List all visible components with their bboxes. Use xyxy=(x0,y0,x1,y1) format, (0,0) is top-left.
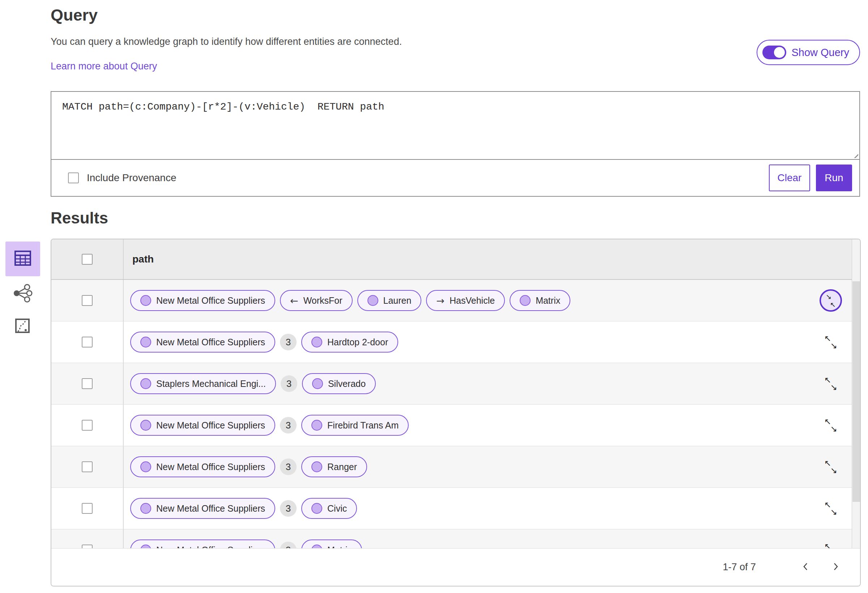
pagination-prev-button[interactable] xyxy=(799,560,813,575)
entity-icon xyxy=(368,295,378,306)
pill-label: HasVehicle xyxy=(450,295,495,306)
learn-more-link[interactable]: Learn more about Query xyxy=(51,61,157,72)
arrow-left-icon: ← xyxy=(290,295,298,306)
table-icon xyxy=(15,251,31,267)
expand-row-button[interactable]: ↖↘ xyxy=(822,334,839,350)
pill-label: Lauren xyxy=(383,295,412,306)
entity-icon xyxy=(311,336,322,348)
expand-row-button[interactable]: ↖↘ xyxy=(822,417,839,434)
show-query-toggle[interactable]: Show Query xyxy=(757,40,860,65)
row-checkbox[interactable] xyxy=(82,336,93,348)
row-checkbox[interactable] xyxy=(82,295,93,306)
table-header-row: path xyxy=(52,239,860,280)
entity-pill[interactable]: Staplers Mechanical Engi... xyxy=(130,373,276,394)
path-cell: New Metal Office Suppliers3Civic↖↘ xyxy=(124,488,860,529)
table-body: New Metal Office Suppliers←WorksForLaure… xyxy=(52,280,860,571)
entity-pill[interactable]: Firebird Trans Am xyxy=(301,415,409,436)
arrow-inward-icon: ↘ xyxy=(826,292,831,301)
expand-row-button[interactable]: ↖↘ xyxy=(822,500,839,517)
query-input[interactable]: MATCH path=(c:Company)-[r*2]-(v:Vehicle)… xyxy=(52,92,859,159)
path-cell: New Metal Office Suppliers3Firebird Tran… xyxy=(124,405,860,446)
query-panel: MATCH path=(c:Company)-[r*2]-(v:Vehicle)… xyxy=(51,91,860,197)
entity-pill[interactable]: Civic xyxy=(301,498,357,519)
relation-pill[interactable]: ←WorksFor xyxy=(280,290,353,311)
relation-pill[interactable]: →HasVehicle xyxy=(426,290,505,311)
expand-row-button[interactable]: ↖↘ xyxy=(822,375,839,392)
query-panel-footer: Include Provenance Clear Run xyxy=(52,160,859,196)
pill-label: Ranger xyxy=(327,462,357,472)
hop-count-badge: 3 xyxy=(280,417,297,434)
page-description: You can query a knowledge graph to ident… xyxy=(51,36,402,47)
path-cell: New Metal Office Suppliers3Hardtop 2-doo… xyxy=(124,322,860,363)
include-provenance-label: Include Provenance xyxy=(87,172,177,184)
chevron-right-icon xyxy=(830,562,840,573)
entity-pill[interactable]: Ranger xyxy=(301,456,367,477)
entity-icon xyxy=(311,420,322,431)
table-row: New Metal Office Suppliers3Firebird Tran… xyxy=(52,405,860,446)
row-checkbox[interactable] xyxy=(82,378,93,389)
pagination-bar: 1-7 of 7 xyxy=(52,548,860,586)
pill-label: New Metal Office Suppliers xyxy=(156,295,265,306)
view-switcher-table[interactable] xyxy=(6,242,40,276)
hop-count-badge: 3 xyxy=(280,334,297,350)
row-checkbox[interactable] xyxy=(82,420,93,431)
run-button[interactable]: Run xyxy=(816,165,852,191)
hop-count-badge: 3 xyxy=(280,459,297,475)
entity-pill[interactable]: Matrix xyxy=(509,290,570,311)
entity-icon xyxy=(311,503,322,514)
entity-pill[interactable]: Lauren xyxy=(357,290,422,311)
collapse-row-button[interactable]: ↘↖ xyxy=(819,289,842,312)
scrollbar-thumb[interactable] xyxy=(852,281,860,502)
pill-label: New Metal Office Suppliers xyxy=(156,337,265,348)
pill-label: New Metal Office Suppliers xyxy=(156,420,265,431)
arrow-outward-icon: ↘ xyxy=(830,466,837,475)
view-switcher-graph[interactable] xyxy=(11,283,34,304)
include-provenance-checkbox[interactable]: Include Provenance xyxy=(68,172,177,184)
pagination-range: 1-7 of 7 xyxy=(723,562,756,573)
entity-pill[interactable]: New Metal Office Suppliers xyxy=(130,415,275,436)
table-row: New Metal Office Suppliers3Ranger↖↘ xyxy=(52,446,860,488)
entity-icon xyxy=(140,295,151,306)
expand-row-button[interactable]: ↖↘ xyxy=(822,459,839,475)
pill-label: Staplers Mechanical Engi... xyxy=(156,379,266,389)
select-all-checkbox[interactable] xyxy=(82,254,93,265)
map-route-icon xyxy=(15,318,30,335)
pagination-next-button[interactable] xyxy=(828,560,843,575)
arrow-outward-icon: ↘ xyxy=(830,507,837,517)
column-header-path: path xyxy=(132,254,154,265)
entity-pill[interactable]: New Metal Office Suppliers xyxy=(130,332,275,353)
table-row: New Metal Office Suppliers3Civic↖↘ xyxy=(52,488,860,530)
path-cell: New Metal Office Suppliers3Ranger↖↘ xyxy=(124,446,860,487)
results-title: Results xyxy=(51,209,108,227)
entity-pill[interactable]: New Metal Office Suppliers xyxy=(130,498,275,519)
arrow-outward-icon: ↘ xyxy=(830,382,837,392)
entity-icon xyxy=(140,462,151,472)
table-scrollbar[interactable] xyxy=(852,239,860,550)
path-cell: Staplers Mechanical Engi...3Silverado↖↘ xyxy=(124,363,860,404)
table-row: New Metal Office Suppliers←WorksForLaure… xyxy=(52,280,860,322)
entity-pill[interactable]: New Metal Office Suppliers xyxy=(130,456,275,477)
pill-label: Hardtop 2-door xyxy=(327,337,388,348)
pill-label: New Metal Office Suppliers xyxy=(156,503,265,514)
entity-icon xyxy=(520,295,531,306)
view-switcher-map[interactable] xyxy=(14,317,31,335)
entity-icon xyxy=(140,420,151,431)
hop-count-badge: 3 xyxy=(280,375,297,392)
row-checkbox[interactable] xyxy=(82,503,93,514)
entity-pill[interactable]: Hardtop 2-door xyxy=(301,332,398,353)
entity-pill[interactable]: Silverado xyxy=(302,373,376,394)
results-table: path New Metal Office Suppliers←WorksFor… xyxy=(51,239,861,587)
checkbox-icon[interactable] xyxy=(68,173,79,183)
table-row: Staplers Mechanical Engi...3Silverado↖↘ xyxy=(52,363,860,405)
chevron-left-icon xyxy=(801,562,811,573)
arrow-outward-icon: ↘ xyxy=(830,341,837,350)
row-checkbox[interactable] xyxy=(82,462,93,472)
toggle-switch-icon[interactable] xyxy=(762,46,786,59)
graph-network-icon xyxy=(12,284,32,304)
pill-label: New Metal Office Suppliers xyxy=(156,462,265,472)
page-title: Query xyxy=(51,6,97,25)
path-cell: New Metal Office Suppliers←WorksForLaure… xyxy=(124,280,860,321)
query-editor: MATCH path=(c:Company)-[r*2]-(v:Vehicle)… xyxy=(52,92,859,160)
entity-pill[interactable]: New Metal Office Suppliers xyxy=(130,290,275,311)
clear-button[interactable]: Clear xyxy=(769,165,810,191)
